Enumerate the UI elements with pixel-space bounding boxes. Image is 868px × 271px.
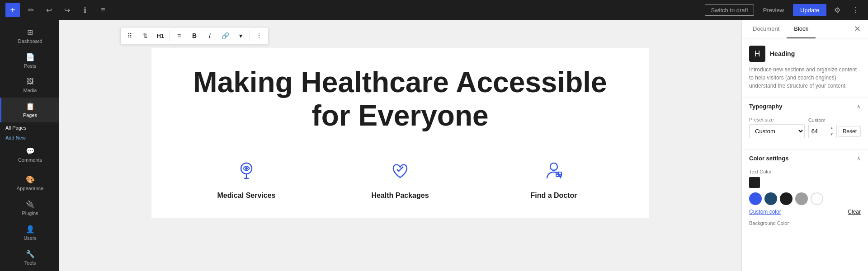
color-settings-chevron-icon: ∧ [857,155,861,162]
list-view-button[interactable]: ≡ [96,3,110,17]
find-doctor-label: Find a Doctor [530,192,577,200]
arrows-icon: ⇅ [142,32,148,39]
panel-tabs: Document Block ✕ [742,20,868,38]
redo-button[interactable]: ↪ [60,3,74,17]
link-button[interactable]: 🔗 [218,28,232,43]
posts-icon: 📄 [26,53,35,61]
media-icon: 🖼 [27,78,34,86]
info-button[interactable]: ℹ [78,3,92,17]
color-swatch-blue[interactable] [749,192,762,205]
content-block: Making Healthcare Accessible for Everyon… [151,48,649,218]
service-item-doctor: Find a Doctor [486,159,622,200]
add-block-button[interactable]: + [5,3,20,17]
redo-icon: ↪ [64,6,70,14]
heading-block-icon: H [749,46,765,62]
sidebar-item-appearance[interactable]: 🎨 Appearance [0,171,59,196]
link-icon: 🔗 [222,32,229,39]
custom-color-link[interactable]: Custom color [749,209,781,215]
service-item-health: Health Packages [332,159,468,200]
move-up-down-button[interactable]: ⇅ [138,28,152,43]
pencil-icon: ✏ [28,6,34,14]
block-info: H Heading Introduce new sections and org… [742,38,868,98]
appearance-icon: 🎨 [26,175,35,184]
sidebar-item-users[interactable]: 👤 Users [0,220,59,245]
svg-point-1 [245,167,248,170]
color-settings-header[interactable]: Color settings ∧ [742,150,868,167]
text-color-label: Text Color [749,169,861,174]
main-content: ⊞ Dashboard 📄 Posts 🖼 Media 📋 Pages All … [0,20,868,271]
active-text-color-swatch[interactable] [749,177,760,188]
sidebar-item-label: Users [24,235,37,241]
tab-block[interactable]: Block [787,20,816,38]
custom-size-input[interactable] [809,126,827,137]
drag-handle-button[interactable]: ⠿ [123,28,137,43]
align-button[interactable]: ≡ [172,28,186,43]
block-description: Introduce new sections and organize cont… [749,65,861,90]
sidebar: ⊞ Dashboard 📄 Posts 🖼 Media 📋 Pages All … [0,20,59,271]
sidebar-item-label: Tools [24,260,36,266]
sidebar-item-label: Plugins [22,210,38,216]
typography-chevron-icon: ∧ [857,103,861,110]
stepper-up-button[interactable]: ▲ [827,125,836,131]
clear-color-button[interactable]: Clear [848,209,861,215]
comments-icon: 💬 [26,147,35,155]
services-row: Medical Services Health Packages [179,159,622,200]
bold-button[interactable]: B [187,28,202,43]
sidebar-item-label: Pages [23,112,37,118]
medical-services-label: Medical Services [217,192,276,200]
users-icon: 👤 [26,225,35,234]
sidebar-item-tools[interactable]: 🔧 Tools [0,245,59,270]
sidebar-item-posts[interactable]: 📄 Posts [0,48,59,73]
sidebar-add-new[interactable]: Add New [0,133,59,142]
preview-button[interactable]: Preview [758,5,789,15]
health-packages-icon [389,159,411,186]
sidebar-all-pages[interactable]: All Pages [0,122,59,133]
reset-button[interactable]: Reset [839,126,861,137]
settings-button[interactable]: ⚙ [830,3,844,17]
chevron-down-icon: ▾ [239,32,242,39]
all-pages-label: All Pages [5,125,26,131]
sidebar-item-label: Appearance [17,186,43,191]
custom-label: Custom [808,117,861,123]
dashboard-icon: ⊞ [27,28,33,37]
health-packages-label: Health Packages [371,192,429,200]
sidebar-item-media[interactable]: 🖼 Media [0,73,59,98]
sidebar-item-dashboard[interactable]: ⊞ Dashboard [0,23,59,48]
more-block-options-button[interactable]: ⋮ [252,28,266,43]
sidebar-item-label: Posts [24,63,37,69]
medical-services-icon [235,159,258,186]
sidebar-item-comments[interactable]: 💬 Comments [0,142,59,167]
heading-text[interactable]: Making Healthcare Accessible for Everyon… [179,66,622,132]
sidebar-item-plugins[interactable]: 🔌 Plugins [0,196,59,220]
color-swatch-white[interactable] [811,192,823,205]
more-options-icon: ⋮ [256,32,262,39]
sidebar-item-label: Comments [18,157,42,163]
color-swatch-gray[interactable] [795,192,808,205]
plugins-icon: 🔌 [26,200,35,209]
block-name: Heading [770,50,795,57]
edit-button[interactable]: ✏ [24,3,38,17]
color-swatch-dark-blue[interactable] [764,192,777,205]
tab-document[interactable]: Document [745,20,787,38]
stepper-down-button[interactable]: ▼ [827,131,836,138]
background-color-label: Background Color [749,220,861,226]
preset-size-select[interactable]: Custom [749,124,805,138]
panel-close-button[interactable]: ✕ [850,20,864,37]
editor-area: ⠿ ⇅ H1 ≡ B I 🔗 ▾ [59,20,741,271]
color-swatch-black[interactable] [780,192,793,205]
sidebar-item-pages[interactable]: 📋 Pages [0,98,59,122]
heading-level-button[interactable]: H1 [153,28,168,43]
plus-icon: + [10,5,15,15]
switch-to-draft-button[interactable]: Switch to draft [705,5,754,16]
typography-content: Preset size Custom Custom ▲ ▼ [742,115,868,149]
block-toolbar: ⠿ ⇅ H1 ≡ B I 🔗 ▾ [120,27,269,44]
italic-button[interactable]: I [203,28,217,43]
top-bar: + ✏ ↩ ↪ ℹ ≡ Switch to draft Preview Upda… [0,0,868,20]
more-options-button[interactable]: ⋮ [848,3,863,17]
update-button[interactable]: Update [793,4,826,16]
undo-button[interactable]: ↩ [42,3,56,17]
pages-icon: 📋 [26,102,35,111]
more-rich-text-button[interactable]: ▾ [233,28,248,43]
add-new-label: Add New [5,135,26,140]
typography-section-header[interactable]: Typography ∧ [742,98,868,115]
